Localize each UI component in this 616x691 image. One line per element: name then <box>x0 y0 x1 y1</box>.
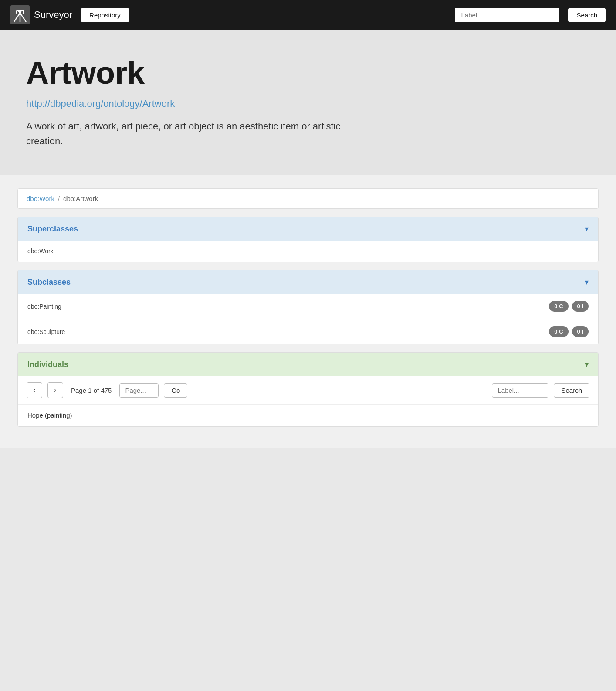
repository-button[interactable]: Repository <box>81 8 129 22</box>
painting-badge-group: 0 C 0 I <box>549 301 589 312</box>
sculpture-instances-badge: 0 I <box>572 326 589 337</box>
brand-link[interactable]: RDF Surveyor <box>10 5 72 24</box>
individuals-label-input[interactable] <box>492 383 548 398</box>
navbar-label-input[interactable] <box>455 8 559 22</box>
prev-page-button[interactable]: ‹ <box>27 382 42 398</box>
subclass-painting-label: dbo:Painting <box>27 303 61 310</box>
subclass-sculpture-label: dbo:Sculpture <box>27 328 65 335</box>
superclass-item-label: dbo:Work <box>27 248 54 255</box>
painting-classes-badge: 0 C <box>549 301 568 312</box>
individuals-chevron-icon: ▾ <box>585 360 589 369</box>
sculpture-classes-badge: 0 C <box>549 326 568 337</box>
superclasses-chevron-icon: ▾ <box>585 224 589 234</box>
individuals-panel-header[interactable]: Individuals ▾ <box>18 353 598 376</box>
list-item: Hope (painting) <box>18 405 598 426</box>
navbar-search-button[interactable]: Search <box>568 8 606 22</box>
subclasses-panel: Subclasses ▾ dbo:Painting 0 C 0 I dbo:Sc… <box>17 270 599 344</box>
page-info: Page 1 of 475 <box>71 387 112 394</box>
navbar: RDF Surveyor Repository Search <box>0 0 616 30</box>
hero-description: A work of art, artwork, art piece, or ar… <box>26 119 357 149</box>
next-icon: › <box>54 386 56 394</box>
subclasses-panel-body: dbo:Painting 0 C 0 I dbo:Sculpture 0 C 0… <box>18 294 598 344</box>
main-content: dbo:Work / dbo:Artwork Superclasses ▾ db… <box>0 175 616 448</box>
breadcrumb-parent-link[interactable]: dbo:Work <box>27 195 54 202</box>
prev-icon: ‹ <box>33 386 35 394</box>
page-input[interactable] <box>119 383 159 398</box>
subclasses-panel-title: Subclasses <box>27 278 71 287</box>
table-row: dbo:Work <box>18 241 598 262</box>
hero-section: Artwork http://dbpedia.org/ontology/Artw… <box>0 30 616 175</box>
next-page-button[interactable]: › <box>47 382 63 398</box>
svg-point-6 <box>19 11 21 14</box>
breadcrumb: dbo:Work / dbo:Artwork <box>17 188 599 209</box>
table-row: dbo:Sculpture 0 C 0 I <box>18 319 598 344</box>
ontology-link[interactable]: http://dbpedia.org/ontology/Artwork <box>26 98 581 109</box>
individual-label: Hope (painting) <box>27 412 72 419</box>
go-button[interactable]: Go <box>164 383 187 398</box>
breadcrumb-current: dbo:Artwork <box>63 195 98 202</box>
superclasses-panel: Superclasses ▾ dbo:Work <box>17 217 599 262</box>
individuals-panel-body: Hope (painting) <box>18 405 598 426</box>
individuals-controls: ‹ › Page 1 of 475 Go Search <box>18 376 598 405</box>
brand-name: Surveyor <box>34 9 72 20</box>
breadcrumb-separator: / <box>58 195 60 202</box>
sculpture-badge-group: 0 C 0 I <box>549 326 589 337</box>
superclasses-panel-title: Superclasses <box>27 225 78 234</box>
subclasses-chevron-icon: ▾ <box>585 277 589 287</box>
page-title: Artwork <box>26 56 581 90</box>
superclasses-panel-header[interactable]: Superclasses ▾ <box>18 217 598 241</box>
rdf-logo-icon: RDF <box>10 5 30 24</box>
individuals-panel-title: Individuals <box>27 360 68 369</box>
individuals-panel: Individuals ▾ ‹ › Page 1 of 475 Go Searc… <box>17 352 599 427</box>
superclasses-panel-body: dbo:Work <box>18 241 598 262</box>
table-row: dbo:Painting 0 C 0 I <box>18 294 598 319</box>
individuals-search-button[interactable]: Search <box>554 383 589 398</box>
subclasses-panel-header[interactable]: Subclasses ▾ <box>18 270 598 294</box>
painting-instances-badge: 0 I <box>572 301 589 312</box>
